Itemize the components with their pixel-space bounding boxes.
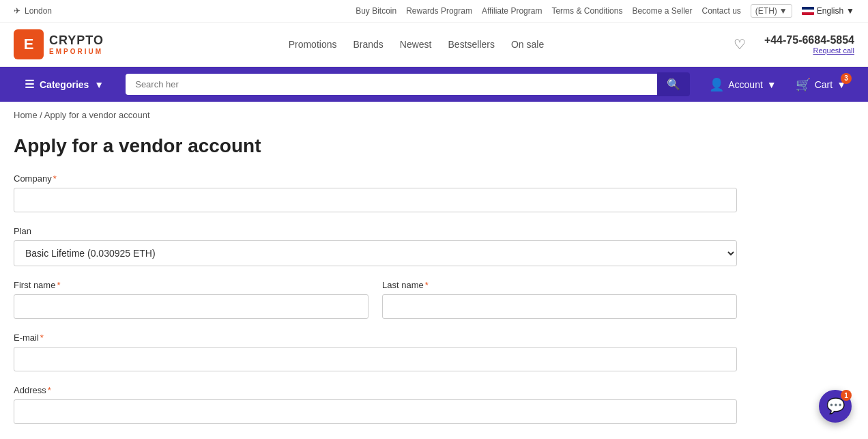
account-label: Account [728, 79, 763, 90]
first-name-group: First name* [14, 280, 368, 319]
breadcrumb: Home / Apply for a vendor account [0, 102, 868, 128]
cart-icon: 🛒 [796, 77, 811, 92]
language-selector[interactable]: English ▼ [802, 6, 854, 16]
categories-button[interactable]: ☰ Categories ▼ [14, 68, 115, 100]
nav-right: 👤 Account ▼ 🛒 Cart ▼ 3 [701, 68, 854, 102]
email-field-group: E-mail* [14, 332, 737, 371]
categories-label: Categories [40, 79, 89, 90]
cart-button[interactable]: 🛒 Cart ▼ 3 [787, 68, 854, 102]
chat-badge: 1 [841, 390, 852, 401]
company-label: Company* [14, 173, 737, 184]
currency-selector[interactable]: (ETH) ▼ [751, 4, 792, 18]
name-row: First name* Last name* [14, 280, 737, 332]
chat-icon: 💬 [826, 397, 845, 415]
breadcrumb-current: Apply for a vendor account [44, 110, 150, 120]
hamburger-icon: ☰ [25, 78, 34, 91]
nav-newest[interactable]: Newest [400, 39, 432, 50]
vendor-application-form: Company* Plan Basic Lifetime (0.030925 E… [14, 173, 737, 439]
phone-number: +44-75-6684-5854 [764, 34, 854, 46]
company-field-group: Company* [14, 173, 737, 212]
page-title: Apply for a vendor account [14, 135, 737, 157]
plan-select[interactable]: Basic Lifetime (0.030925 ETH) Pro Lifeti… [14, 240, 737, 266]
contact-us-link[interactable]: Contact us [701, 6, 740, 16]
logo-text: CRYPTO EMPORIUM [49, 33, 104, 55]
logo-name-bottom: EMPORIUM [49, 48, 104, 55]
email-input[interactable] [14, 347, 737, 371]
address-field-group: Address* [14, 385, 737, 424]
company-input[interactable] [14, 188, 737, 212]
email-label: E-mail* [14, 332, 737, 343]
logo[interactable]: E CRYPTO EMPORIUM [14, 29, 104, 59]
nav-promotions[interactable]: Promotions [289, 39, 337, 50]
address-input[interactable] [14, 399, 737, 424]
account-button[interactable]: 👤 Account ▼ [701, 68, 784, 102]
header-nav: Promotions Brands Newest Bestsellers On … [289, 39, 545, 50]
rewards-program-link[interactable]: Rewards Program [406, 6, 472, 16]
language-label: English [817, 6, 843, 16]
flag-icon [802, 7, 814, 15]
last-name-input[interactable] [382, 294, 737, 319]
account-icon: 👤 [709, 77, 724, 92]
currency-label: (ETH) [755, 6, 777, 16]
first-name-label: First name* [14, 280, 368, 290]
buy-bitcoin-link[interactable]: Buy Bitcoin [356, 6, 396, 16]
last-name-group: Last name* [382, 280, 737, 319]
last-name-label: Last name* [382, 280, 737, 290]
phone-block: +44-75-6684-5854 Request call [764, 34, 854, 55]
plan-field-group: Plan Basic Lifetime (0.030925 ETH) Pro L… [14, 226, 737, 266]
chevron-down-icon: ▼ [94, 79, 104, 90]
chat-button[interactable]: 💬 1 [819, 390, 852, 423]
search-button[interactable]: 🔍 [657, 72, 690, 96]
first-name-input[interactable] [14, 294, 368, 319]
search-bar: 🔍 [126, 72, 690, 96]
top-bar-left: ✈ London [14, 6, 52, 16]
terms-conditions-link[interactable]: Terms & Conditions [551, 6, 622, 16]
chevron-down-icon: ▼ [767, 79, 777, 90]
logo-icon: E [14, 29, 44, 59]
breadcrumb-home[interactable]: Home [14, 110, 38, 120]
chevron-down-icon: ▼ [779, 6, 787, 16]
main-content: Apply for a vendor account Company* Plan… [0, 128, 751, 439]
cart-label: Cart [815, 79, 833, 90]
header-right: ♡ +44-75-6684-5854 Request call [729, 33, 854, 55]
location-link[interactable]: London [25, 6, 52, 16]
nav-bar: ☰ Categories ▼ 🔍 👤 Account ▼ 🛒 Cart ▼ 3 [0, 67, 868, 102]
plan-label: Plan [14, 226, 737, 236]
breadcrumb-separator: / [40, 110, 42, 120]
location-icon: ✈ [14, 6, 20, 16]
affiliate-program-link[interactable]: Affiliate Program [482, 6, 542, 16]
search-icon: 🔍 [667, 79, 680, 90]
cart-badge: 3 [841, 73, 852, 84]
nav-brands[interactable]: Brands [353, 39, 383, 50]
logo-name-top: CRYPTO [49, 33, 104, 48]
chevron-down-icon: ▼ [846, 6, 854, 16]
nav-bestsellers[interactable]: Bestsellers [448, 39, 495, 50]
top-bar-right: Buy Bitcoin Rewards Program Affiliate Pr… [356, 4, 854, 18]
search-input[interactable] [126, 74, 657, 95]
wishlist-button[interactable]: ♡ [729, 33, 751, 55]
top-bar: ✈ London Buy Bitcoin Rewards Program Aff… [0, 0, 868, 23]
become-seller-link[interactable]: Become a Seller [632, 6, 692, 16]
nav-on-sale[interactable]: On sale [511, 39, 544, 50]
request-call-link[interactable]: Request call [764, 46, 854, 55]
header: E CRYPTO EMPORIUM Promotions Brands Newe… [0, 23, 868, 67]
address-label: Address* [14, 385, 737, 395]
